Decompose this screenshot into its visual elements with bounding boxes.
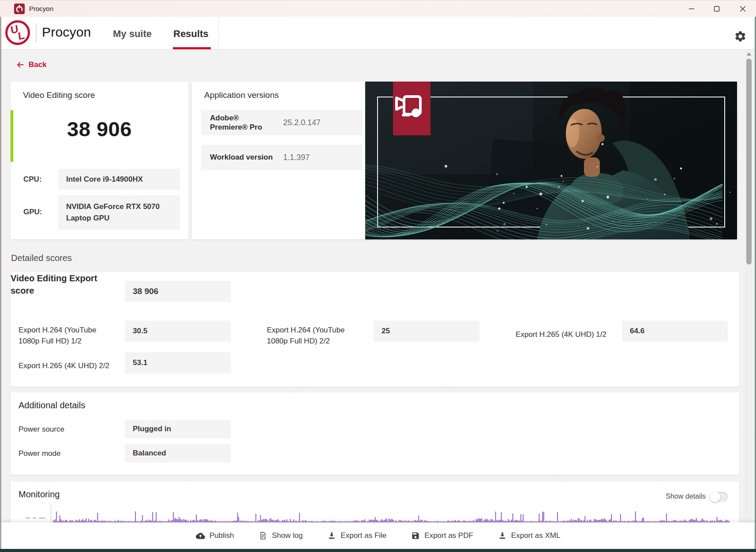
chart-tick — [39, 518, 45, 518]
application-versions-card: Application versions Adobe® Premiere® Pr… — [192, 82, 371, 239]
detail-value: Plugged in — [125, 420, 231, 438]
back-button[interactable]: Back — [16, 60, 47, 69]
logo-divider — [36, 23, 37, 43]
score-row-label: Export H.265 (4K UHD) 2/2 — [19, 361, 142, 372]
action-bar: Publish Show log Export as File Export a… — [0, 522, 756, 549]
version-row: Workload version 1.1.397 — [201, 145, 363, 170]
close-button[interactable] — [733, 0, 753, 17]
header: UL Procyon My suite Results — [0, 17, 756, 49]
button-label: Export as PDF — [424, 531, 473, 540]
score-card: Video Editing score 38 906 CPU: Intel Co… — [11, 82, 188, 239]
show-log-button[interactable]: Show log — [258, 531, 303, 540]
header-divider — [218, 17, 219, 49]
chart-tick — [26, 518, 30, 518]
brand-title: Procyon — [42, 25, 91, 40]
monitoring-title: Monitoring — [19, 489, 60, 500]
monitoring-sparkline — [53, 509, 730, 522]
save-icon — [411, 531, 420, 540]
ul-logo: UL — [5, 20, 30, 45]
results-page: Back Video Editing score 38 906 CPU: Int… — [0, 49, 756, 522]
download-icon — [327, 531, 336, 540]
monitoring-card: Monitoring Show details — [11, 481, 739, 522]
detail-label: Power source — [19, 425, 64, 434]
back-arrow-icon — [16, 61, 25, 69]
scrollbar-thumb[interactable] — [746, 59, 752, 265]
score-card-title: Video Editing score — [23, 90, 95, 100]
scroll-up-arrow-icon[interactable] — [747, 52, 751, 56]
minimize-button[interactable] — [681, 0, 702, 17]
cloud-upload-icon — [196, 531, 205, 541]
export-xml-button[interactable]: Export as XML — [498, 531, 561, 540]
toggle-knob — [710, 492, 720, 502]
version-label: Workload version — [210, 153, 278, 162]
window-title: Procyon — [29, 5, 53, 12]
gpu-value: NVIDIA GeForce RTX 5070 Laptop GPU — [58, 195, 180, 230]
window-edge — [0, 17, 1, 552]
button-label: Export as XML — [511, 531, 561, 540]
app-icon — [14, 4, 25, 14]
chart-tick — [33, 518, 36, 518]
versions-card-title: Application versions — [204, 90, 279, 100]
score-row-value: 64.6 — [622, 321, 728, 342]
score-row-value: 25 — [374, 321, 479, 342]
publish-button[interactable]: Publish — [196, 531, 234, 541]
cpu-value: Intel Core i9-14900HX — [58, 169, 180, 190]
tab-results[interactable]: Results — [173, 28, 208, 40]
show-details-toggle[interactable] — [710, 492, 728, 502]
detailed-scores-card: Video Editing Export score 38 906 Export… — [11, 272, 739, 387]
button-label: Export as File — [341, 531, 386, 540]
back-label: Back — [29, 60, 47, 69]
score-row-label: Export H.264 (YouTube 1080p Full HD) 2/2 — [267, 325, 364, 347]
gpu-label: GPU: — [23, 208, 42, 216]
tab-my-suite[interactable]: My suite — [113, 28, 152, 40]
export-pdf-button[interactable]: Export as PDF — [411, 531, 473, 540]
hero-image — [365, 82, 737, 239]
detailed-scores-heading: Detailed scores — [11, 253, 72, 263]
score-row-value: 38 906 — [125, 281, 231, 302]
score-row-label: Export H.264 (YouTube 1080p Full HD) 1/2 — [19, 325, 116, 347]
export-file-button[interactable]: Export as File — [327, 531, 386, 540]
button-label: Show log — [272, 531, 303, 540]
version-row: Adobe® Premiere® Pro 25.2.0.147 — [201, 110, 363, 135]
maximize-button[interactable] — [707, 0, 727, 17]
main-score-value: 38 906 — [11, 117, 188, 141]
show-details-label: Show details — [663, 492, 706, 500]
version-value: 1.1.397 — [283, 153, 310, 162]
version-value: 25.2.0.147 — [283, 118, 321, 127]
cpu-label: CPU: — [23, 175, 42, 184]
additional-details-title: Additional details — [19, 400, 85, 410]
chart-axis — [51, 505, 51, 522]
score-row-value: 30.5 — [125, 321, 231, 342]
score-row-label: Video Editing Export score — [11, 272, 99, 297]
titlebar: Procyon — [0, 0, 756, 17]
settings-gear-icon[interactable] — [734, 30, 747, 43]
detail-label: Power mode — [19, 449, 60, 458]
document-icon — [258, 531, 267, 540]
download-icon — [498, 531, 507, 540]
additional-details-card: Additional details Power source Plugged … — [11, 392, 739, 475]
button-label: Publish — [210, 531, 234, 540]
window-bottom-edge — [0, 549, 756, 552]
detail-value: Balanced — [125, 444, 231, 462]
video-badge — [393, 82, 430, 135]
scrollbar[interactable] — [745, 49, 753, 522]
version-label: Adobe® Premiere® Pro — [210, 113, 278, 132]
score-row-value: 53.1 — [125, 352, 231, 373]
